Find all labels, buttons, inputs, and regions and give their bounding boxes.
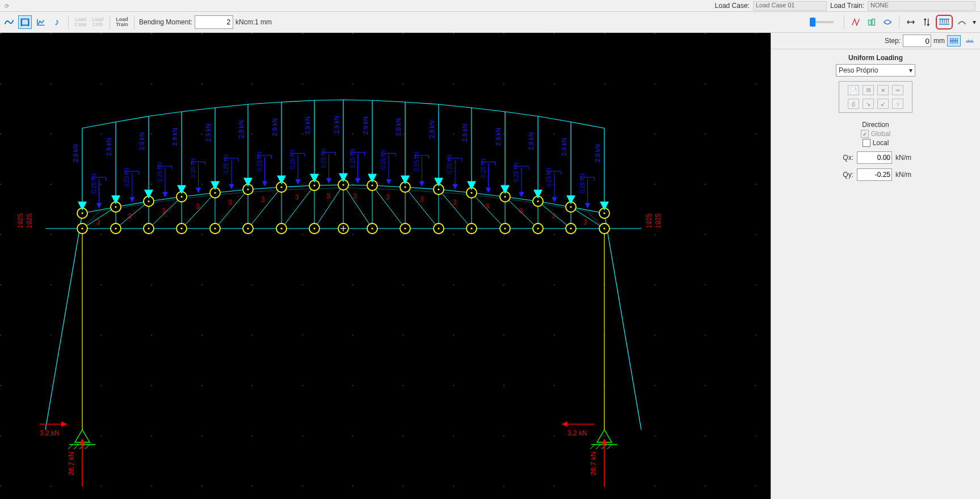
svg-text:2.9 kN: 2.9 kN [594, 144, 601, 162]
step-unit: mm [933, 37, 945, 45]
step-ruler-icon[interactable] [963, 35, 977, 46]
svg-rect-0 [22, 19, 29, 26]
load-type-buttons: 📄 ⧉ ✕ ✂ ⎙ ↘ ↙ ↕ [839, 81, 912, 113]
bending-moment-unit: kNcm:1 mm [235, 18, 272, 26]
svg-text:3: 3 [386, 193, 390, 201]
qy-input[interactable] [857, 168, 892, 181]
diagram-v-icon[interactable] [865, 15, 878, 29]
svg-point-117 [313, 227, 315, 229]
opacity-slider[interactable] [811, 21, 839, 23]
svg-text:3: 3 [295, 193, 299, 201]
svg-point-125 [603, 227, 605, 229]
direction-label: Direction [862, 121, 889, 129]
bending-moment-input[interactable] [195, 15, 233, 29]
tool-frame-icon[interactable] [18, 15, 32, 29]
local-checkbox[interactable]: Local [863, 139, 889, 147]
tool-note-icon[interactable]: ♪ [50, 15, 64, 29]
step-input[interactable] [903, 35, 931, 47]
svg-text:0.25 kN: 0.25 kN [350, 149, 356, 168]
svg-text:0.25 kN: 0.25 kN [124, 168, 130, 187]
separator [68, 15, 69, 29]
svg-text:3: 3 [228, 198, 232, 206]
step-label: Step: [885, 37, 901, 45]
svg-point-122 [504, 227, 506, 229]
svg-point-121 [470, 227, 472, 229]
svg-point-116 [280, 227, 282, 229]
svg-text:3: 3 [162, 207, 166, 215]
copy-icon[interactable]: ⧉ [863, 85, 874, 95]
svg-rect-3 [869, 20, 872, 25]
svg-point-120 [438, 227, 439, 229]
svg-text:0.25 kN: 0.25 kN [157, 163, 163, 182]
svg-point-98 [247, 188, 249, 190]
svg-text:0.25 kN: 0.25 kN [447, 155, 453, 174]
dropdown-arrow-icon[interactable]: ▾ [971, 15, 978, 29]
arrow2-icon[interactable]: ↙ [877, 99, 889, 109]
doc-icon[interactable]: 📄 [848, 85, 859, 95]
arrow1-icon[interactable]: ↘ [863, 99, 874, 109]
step-grid-icon[interactable] [947, 35, 961, 46]
svg-point-105 [470, 192, 472, 193]
checkbox-icon: ✓ [861, 130, 869, 138]
svg-text:3: 3 [552, 212, 556, 220]
tool-ribbon-icon[interactable] [2, 15, 16, 29]
svg-text:3: 3 [420, 196, 424, 204]
model-canvas[interactable]: 3333 3333 3333 3333 [0, 33, 771, 499]
qx-input[interactable] [857, 151, 892, 164]
load-select[interactable]: Peso Próprio ▾ [836, 64, 915, 77]
svg-text:2.9 kN: 2.9 kN [205, 124, 212, 142]
structure-drawing: 3333 3333 3333 3333 [0, 33, 771, 499]
svg-text:3: 3 [96, 218, 100, 226]
svg-text:3: 3 [326, 192, 330, 200]
print-icon[interactable]: ⎙ [848, 99, 859, 109]
arrow3-icon[interactable]: ↕ [892, 99, 903, 109]
svg-point-119 [404, 227, 406, 229]
load-case-button: Load Case [73, 17, 88, 27]
qx-row: Qx: kN/m [840, 151, 911, 164]
grid [0, 33, 771, 499]
svg-text:2.9 kN: 2.9 kN [138, 132, 145, 150]
svg-text:2.9 kN: 2.9 kN [395, 118, 402, 136]
svg-text:2.9 kN: 2.9 kN [271, 118, 278, 136]
delete-icon[interactable]: ✕ [877, 85, 889, 95]
svg-text:3: 3 [128, 212, 132, 220]
svg-text:2.9 kN: 2.9 kN [495, 128, 502, 146]
load-train-button[interactable]: Load Train [115, 17, 129, 27]
curve-icon[interactable] [955, 15, 969, 29]
svg-point-104 [438, 188, 439, 190]
qx-unit: kN/m [895, 154, 911, 162]
svg-text:2.9 kN: 2.9 kN [428, 120, 435, 138]
side-panel: Step: mm Uniform Loading Peso Próprio ▾ … [771, 33, 980, 499]
svg-point-103 [404, 186, 406, 188]
checkbox-icon [863, 139, 870, 147]
svg-text:3: 3 [261, 196, 265, 204]
arrows-v-icon[interactable] [920, 15, 933, 29]
svg-text:26.7 kN: 26.7 kN [590, 452, 598, 475]
refresh-icon: ⟳ [5, 3, 9, 9]
qy-row: Qy: kN/m [840, 168, 911, 181]
svg-point-93 [81, 212, 83, 214]
arrows-h-icon[interactable] [904, 15, 918, 29]
svg-point-107 [537, 200, 539, 202]
svg-point-123 [537, 227, 539, 229]
svg-point-112 [148, 227, 149, 229]
svg-text:2.9 kN: 2.9 kN [238, 120, 245, 138]
svg-point-99 [280, 186, 282, 188]
separator [844, 15, 844, 29]
tool-chart-icon[interactable] [34, 15, 48, 29]
svg-text:3: 3 [353, 192, 357, 200]
diagram-n-icon[interactable] [849, 15, 863, 29]
svg-point-109 [603, 212, 605, 214]
diagram-m-icon[interactable] [881, 15, 894, 29]
uniform-load-button[interactable] [936, 15, 953, 29]
svg-point-114 [214, 227, 216, 229]
separator [110, 15, 110, 29]
svg-text:2.9 kN: 2.9 kN [561, 138, 567, 156]
svg-point-115 [247, 227, 249, 229]
separator [899, 15, 899, 29]
svg-text:3: 3 [583, 218, 587, 226]
svg-point-110 [81, 227, 83, 229]
cut-icon[interactable]: ✂ [892, 85, 903, 95]
svg-rect-4 [872, 19, 875, 26]
svg-point-106 [504, 196, 506, 197]
